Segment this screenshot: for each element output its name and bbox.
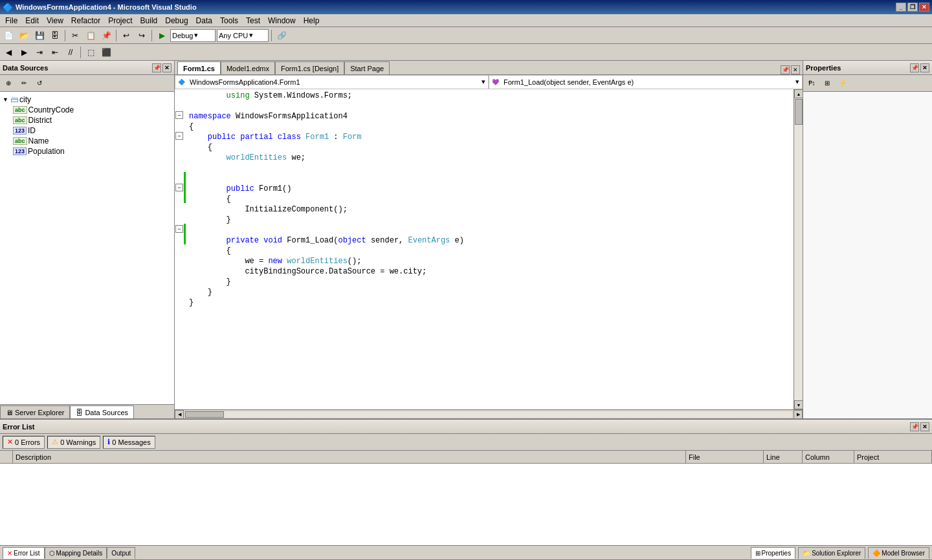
tree-item-name[interactable]: abc Name (13, 136, 172, 146)
add-datasource-btn[interactable]: ⊕ (1, 76, 16, 91)
errors-filter-btn[interactable]: ✕ 0 Errors (3, 436, 45, 449)
restore-button[interactable]: ❐ (907, 3, 918, 12)
menu-refactor[interactable]: Refactor (67, 15, 104, 27)
code-area[interactable]: − − − − using System.Windows.Forms; name… (175, 89, 803, 409)
tab-error-list[interactable]: ✕ Error List (3, 547, 45, 559)
tab-mapping-details[interactable]: ⬡ Mapping Details (45, 547, 107, 559)
pin-datasources-btn[interactable]: 📌 (152, 63, 161, 72)
cut-btn[interactable]: ✂ (68, 28, 82, 43)
debug-config-dropdown[interactable]: Debug ▾ (170, 29, 216, 42)
minimize-button[interactable]: _ (896, 3, 906, 12)
copy-btn[interactable]: 📋 (83, 28, 98, 43)
prop-sort-alpha-btn[interactable]: Ᵽ↕ (804, 76, 819, 91)
type-badge-abc: abc (13, 106, 27, 114)
open-btn[interactable]: 📂 (17, 28, 31, 43)
menu-window[interactable]: Window (264, 15, 300, 27)
tab-solution-explorer[interactable]: 📁 Solution Explorer (798, 547, 865, 559)
collapse-namespace[interactable]: − (175, 111, 183, 119)
close-datasources-btn[interactable]: ✕ (162, 63, 172, 72)
save-btn[interactable]: 💾 (32, 28, 47, 43)
scroll-down-btn[interactable]: ▼ (794, 400, 803, 409)
menu-debug[interactable]: Debug (161, 15, 192, 27)
tab-model1edmx[interactable]: Model1.edmx (221, 61, 275, 74)
tree-item-population[interactable]: 123 Population (13, 146, 172, 156)
close-editor-btn[interactable]: ✕ (791, 65, 800, 74)
tab-form1design[interactable]: Form1.cs [Design] (275, 61, 344, 74)
prop-sort-cat-btn[interactable]: ⊞ (820, 76, 834, 91)
prop-event-btn[interactable]: ⚡ (836, 76, 850, 91)
undo-btn[interactable]: ↩ (119, 28, 133, 43)
save-all-btn[interactable]: 🗄 (48, 28, 62, 43)
col-header-description[interactable]: Description (13, 451, 686, 463)
expand-icon[interactable]: ▼ (3, 96, 9, 103)
collapse-class[interactable]: − (175, 132, 183, 140)
pin-errorlist-btn[interactable]: 📌 (910, 422, 919, 431)
hscroll-left-btn[interactable]: ◀ (175, 410, 184, 419)
redo-btn[interactable]: ↪ (135, 28, 149, 43)
menu-view[interactable]: View (43, 15, 67, 27)
tree-item-id[interactable]: 123 ID (13, 125, 172, 136)
separator4 (271, 30, 272, 41)
nav-forward-btn[interactable]: ▶ (17, 45, 31, 59)
comment-btn[interactable]: // (63, 45, 78, 59)
menu-data[interactable]: Data (192, 15, 216, 27)
menu-help[interactable]: Help (300, 15, 324, 27)
col-header-line[interactable]: Line (764, 451, 803, 463)
hscroll-right-btn[interactable]: ▶ (793, 410, 803, 419)
server-explorer-tab[interactable]: 🖥 Server Explorer (0, 405, 70, 418)
separator2 (116, 30, 116, 41)
menu-file[interactable]: File (1, 15, 21, 27)
col-header-file[interactable]: File (686, 451, 764, 463)
menu-project[interactable]: Project (104, 15, 136, 27)
close-button[interactable]: ✕ (919, 3, 929, 12)
district-label: District (28, 116, 52, 125)
error-list-toolbar: ✕ 0 Errors ⚠ 0 Warnings ℹ 0 Messages (0, 434, 932, 451)
close-errorlist-btn[interactable]: ✕ (920, 422, 929, 431)
menu-test[interactable]: Test (242, 15, 264, 27)
warnings-filter-btn[interactable]: ⚠ 0 Warnings (47, 436, 100, 449)
scroll-track[interactable] (794, 98, 803, 400)
collapse-form1ctor[interactable]: − (175, 184, 183, 191)
edit-datasource-btn[interactable]: ✏ (17, 76, 31, 91)
close-properties-btn[interactable]: ✕ (920, 63, 929, 72)
paste-btn[interactable]: 📌 (99, 28, 113, 43)
col-header-project[interactable]: Project (854, 451, 932, 463)
format2-btn[interactable]: ⬛ (99, 45, 113, 59)
pin-editor-btn[interactable]: 📌 (781, 65, 790, 74)
title-bar-buttons: _ ❐ ✕ (896, 3, 929, 12)
outdent-btn[interactable]: ⇤ (48, 45, 62, 59)
class-nav-dropdown[interactable]: 🔷 WindowsFormsApplication4.Form1 ▾ (175, 75, 489, 89)
tab-properties[interactable]: ⊞ Properties (751, 547, 796, 559)
editor-hscrollbar[interactable]: ◀ ▶ (175, 409, 803, 418)
start-btn[interactable]: ▶ (155, 28, 169, 43)
nav-back-btn[interactable]: ◀ (1, 45, 16, 59)
refresh-datasource-btn[interactable]: ↺ (32, 76, 47, 91)
format-btn[interactable]: ⬚ (83, 45, 98, 59)
pin-properties-btn[interactable]: 📌 (910, 63, 919, 72)
data-sources-tab[interactable]: 🗄 Data Sources (70, 405, 134, 418)
method-nav-dropdown[interactable]: 💜 Form1_Load(object sender, EventArgs e)… (489, 75, 803, 89)
tab-startpage[interactable]: Start Page (344, 61, 390, 74)
tab-form1cs[interactable]: Form1.cs (177, 61, 221, 74)
tab-output[interactable]: Output (107, 547, 135, 559)
menu-tools[interactable]: Tools (216, 15, 242, 27)
menu-edit[interactable]: Edit (21, 15, 43, 27)
scroll-thumb[interactable] (795, 99, 803, 125)
hscroll-thumb[interactable] (185, 411, 224, 418)
attach-btn[interactable]: 🔗 (274, 28, 289, 43)
col-header-column[interactable]: Column (803, 451, 854, 463)
collapse-form1load[interactable]: − (175, 225, 183, 233)
hscroll-track[interactable] (185, 411, 792, 418)
menu-build[interactable]: Build (137, 15, 162, 27)
tree-item-district[interactable]: abc District (13, 115, 172, 125)
tree-root-city[interactable]: ▼ 🗃 city (3, 94, 172, 105)
scroll-up-btn[interactable]: ▲ (794, 89, 803, 98)
new-project-btn[interactable]: 📄 (1, 28, 16, 43)
indent-btn[interactable]: ⇥ (32, 45, 47, 59)
tab-model-browser[interactable]: 🔶 Model Browser (868, 547, 929, 559)
code-editor[interactable]: using System.Windows.Forms; namespace Wi… (186, 89, 793, 409)
messages-filter-btn[interactable]: ℹ 0 Messages (103, 436, 155, 449)
platform-dropdown[interactable]: Any CPU ▾ (217, 29, 269, 42)
tree-item-countrycode[interactable]: abc CountryCode (13, 105, 172, 115)
error-table-header: Description File Line Column Project (0, 451, 932, 464)
